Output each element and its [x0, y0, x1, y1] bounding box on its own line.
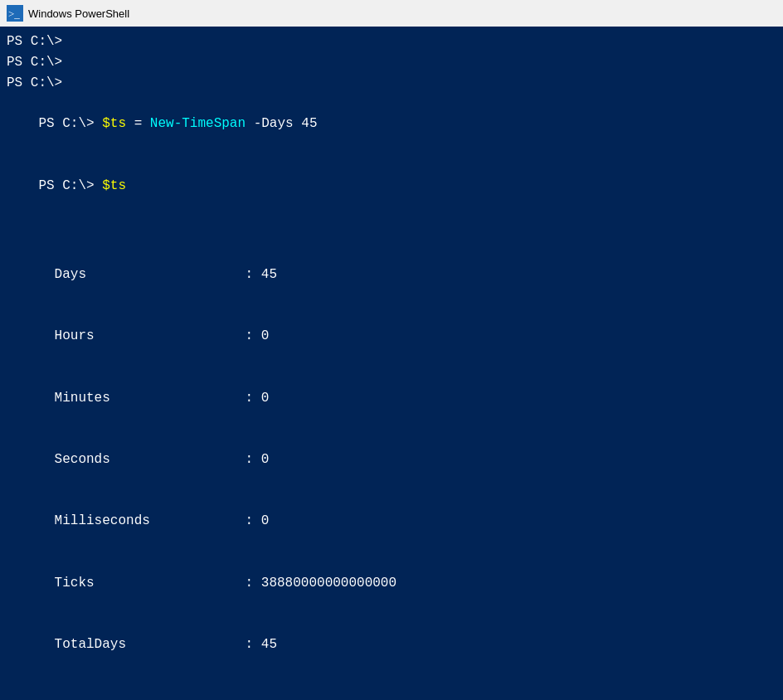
output-seconds: Seconds : 0 — [7, 429, 776, 490]
output-milliseconds: Milliseconds : 0 — [7, 491, 776, 552]
powershell-icon: >_ — [7, 5, 23, 22]
empty-prompt-3: PS C:\> — [7, 73, 776, 94]
output-totaldays: TotalDays : 45 — [7, 614, 776, 675]
output-totalhours: TotalHours : 1080 — [7, 676, 776, 700]
command-line-1: PS C:\> $ts = New-TimeSpan -Days 45 — [7, 93, 776, 154]
console-area[interactable]: PS C:\> PS C:\> PS C:\> PS C:\> $ts = Ne… — [0, 27, 783, 700]
output-hours: Hours : 0 — [7, 305, 776, 367]
output-block: Days : 45 Hours : 0 Minutes : 0 Seconds … — [7, 244, 776, 700]
empty-prompt-1: PS C:\> — [7, 32, 776, 52]
command-line-2: PS C:\> $ts — [7, 155, 776, 216]
title-bar-label: Windows PowerShell — [28, 7, 129, 20]
svg-text:>_: >_ — [8, 7, 20, 20]
output-days: Days : 45 — [7, 244, 776, 305]
output-ticks: Ticks : 38880000000000000 — [7, 552, 776, 614]
title-bar: >_ Windows PowerShell — [0, 0, 783, 27]
empty-prompt-2: PS C:\> — [7, 52, 776, 73]
output-minutes: Minutes : 0 — [7, 367, 776, 429]
